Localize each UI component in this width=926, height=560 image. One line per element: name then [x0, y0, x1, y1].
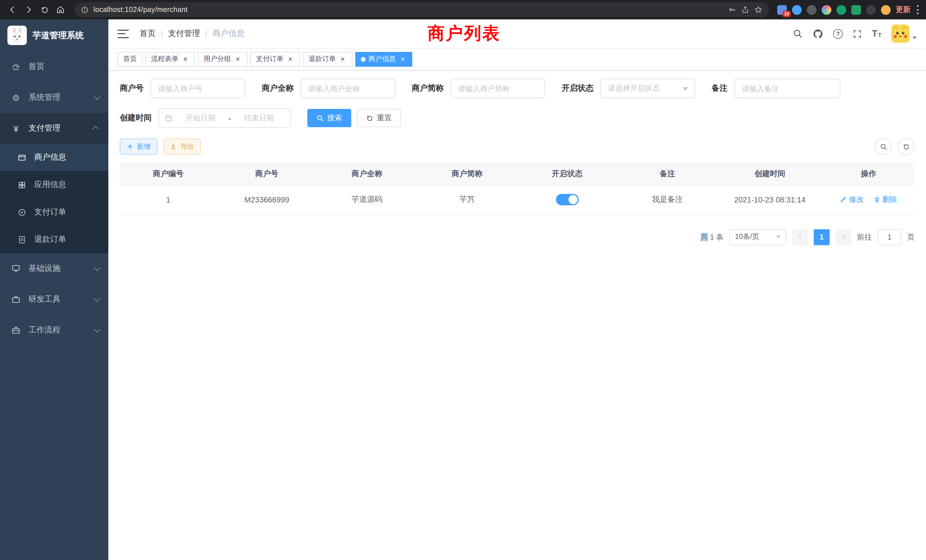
gear-icon: ⚙ [11, 93, 21, 102]
search-icon[interactable] [793, 29, 803, 39]
refresh-table-button[interactable] [897, 138, 915, 155]
breadcrumb: 首页 / 支付管理 / 商户信息 [140, 29, 245, 39]
bookmark-star-icon[interactable] [754, 6, 763, 14]
tab-merchant-info[interactable]: 商户信息 × [355, 51, 412, 67]
app-shell: 芋道管理系统 首页 ⚙ 系统管理 ¥ 支付管理 [0, 20, 926, 560]
extension-icon-1[interactable]: 10 [777, 5, 787, 15]
reset-button[interactable]: 重置 [357, 109, 401, 127]
profile-avatar-icon[interactable] [881, 5, 891, 15]
cell-remark: 我是备注 [617, 185, 717, 214]
create-time-range-picker[interactable]: 开始日期 - 结束日期 [159, 108, 291, 128]
target-icon [17, 208, 27, 216]
breadcrumb-separator: / [161, 29, 163, 38]
column-header: 商户简称 [417, 162, 517, 185]
chevron-right-icon [840, 234, 846, 240]
breadcrumb-home[interactable]: 首页 [140, 29, 156, 39]
sidebar-item-label: 支付管理 [29, 123, 61, 133]
app-logo[interactable]: 芋道管理系统 [0, 20, 108, 51]
extension-icon-2[interactable] [792, 5, 802, 15]
extension-badge: 10 [782, 11, 791, 17]
hamburger-icon[interactable] [118, 29, 129, 38]
extension-icon-6[interactable] [851, 5, 861, 15]
full-name-input[interactable] [301, 79, 395, 98]
toggle-search-button[interactable] [875, 138, 892, 155]
remark-input[interactable] [734, 79, 840, 98]
sidebar-item-refund-order[interactable]: 退款订单 [0, 226, 108, 253]
column-header: 商户编号 [120, 162, 217, 185]
sidebar-item-workflow[interactable]: 工作流程 [0, 315, 108, 345]
extension-icon-7[interactable] [866, 5, 876, 15]
close-icon[interactable]: × [286, 55, 294, 63]
cell-short-name: 芋艿 [417, 185, 517, 214]
sidebar-item-dev-tools[interactable]: 研发工具 [0, 284, 108, 315]
close-icon[interactable]: × [339, 55, 346, 63]
delete-link[interactable]: 删除 [873, 194, 897, 205]
yen-icon: ¥ [11, 124, 21, 133]
fullscreen-icon[interactable] [852, 29, 862, 38]
add-button[interactable]: 新增 [120, 139, 157, 154]
status-toggle[interactable] [556, 194, 579, 205]
status-select[interactable]: 请选择开启状态 [601, 79, 695, 98]
breadcrumb-payment[interactable]: 支付管理 [168, 29, 200, 39]
sidebar-item-pay-order[interactable]: 支付订单 [0, 198, 108, 226]
prev-page-button[interactable] [792, 229, 808, 245]
font-size-icon[interactable]: TT [872, 29, 882, 38]
extension-icon-4[interactable] [822, 5, 831, 15]
user-avatar[interactable] [891, 24, 917, 43]
end-date-placeholder[interactable]: 结束日期 [233, 113, 284, 123]
page-number-1[interactable]: 1 [814, 229, 830, 245]
filter-create-time: 创建时间 开始日期 - 结束日期 [120, 108, 291, 128]
export-button[interactable]: 导出 [163, 139, 201, 154]
dashboard-icon [11, 62, 21, 71]
sidebar-item-merchant-info[interactable]: 商户信息 [0, 144, 108, 171]
sidebar: 芋道管理系统 首页 ⚙ 系统管理 ¥ 支付管理 [0, 20, 108, 560]
edit-link[interactable]: 修改 [840, 194, 864, 205]
page-content: 商户号 商户全称 商户简称 开启状态 请选择开启状态 [108, 71, 926, 560]
sidebar-item-payment[interactable]: ¥ 支付管理 [0, 113, 108, 144]
filter-row-2: 创建时间 开始日期 - 结束日期 搜索 [120, 108, 915, 128]
browser-menu-icon[interactable] [917, 5, 919, 14]
merchant-no-input[interactable] [151, 79, 245, 98]
merchant-table: 商户编号 商户号 商户全称 商户简称 开启状态 备注 创建时间 操作 1 [120, 162, 915, 214]
browser-back-icon[interactable] [5, 2, 21, 18]
goto-label: 前往 [857, 232, 872, 242]
sidebar-item-home[interactable]: 首页 [0, 51, 108, 82]
navbar-actions: ? TT [793, 24, 917, 43]
filter-label: 开启状态 [561, 83, 593, 94]
close-icon[interactable]: × [181, 55, 189, 63]
table-row: 1 M233666999 芋道源码 芋艿 我是备注 2021-10-23 08:… [120, 185, 915, 214]
start-date-placeholder[interactable]: 开始日期 [175, 113, 226, 123]
column-header: 商户全称 [317, 162, 417, 185]
tab-pay-order[interactable]: 支付订单 × [250, 51, 300, 67]
password-key-icon[interactable] [728, 6, 736, 14]
next-page-button[interactable] [835, 229, 851, 245]
tab-refund-order[interactable]: 退款订单 × [303, 51, 353, 67]
sidebar-item-infrastructure[interactable]: 基础设施 [0, 253, 108, 284]
goto-page-input[interactable] [878, 229, 902, 245]
close-icon[interactable]: × [234, 55, 242, 63]
avatar-image [891, 24, 909, 43]
extension-icon-3[interactable] [807, 5, 817, 15]
tab-user-group[interactable]: 用户分组 × [198, 51, 247, 67]
page-size-select[interactable]: 10条/页 [729, 229, 786, 245]
site-info-icon[interactable] [81, 6, 88, 14]
sidebar-item-app-info[interactable]: 应用信息 [0, 171, 108, 198]
browser-update-button[interactable]: 更新 [896, 5, 911, 15]
tab-process-form[interactable]: 流程表单 × [145, 51, 195, 67]
cell-create-time: 2021-10-23 08:31:14 [717, 185, 823, 214]
search-button[interactable]: 搜索 [307, 109, 351, 127]
short-name-input[interactable] [451, 79, 545, 98]
sidebar-item-system[interactable]: ⚙ 系统管理 [0, 82, 108, 113]
share-icon[interactable] [741, 6, 749, 14]
github-icon[interactable] [813, 28, 823, 39]
close-icon[interactable]: × [399, 55, 407, 63]
sidebar-item-label: 商户信息 [34, 152, 66, 162]
tab-home[interactable]: 首页 [118, 51, 142, 67]
browser-reload-icon[interactable] [36, 2, 53, 18]
extensions-area: 10 [775, 5, 893, 15]
help-icon[interactable]: ? [833, 29, 843, 38]
browser-home-icon[interactable] [53, 2, 68, 18]
address-bar[interactable]: localhost:1024/pay/merchant [74, 2, 769, 17]
extension-icon-5[interactable] [837, 5, 846, 15]
browser-forward-icon[interactable] [21, 2, 36, 18]
